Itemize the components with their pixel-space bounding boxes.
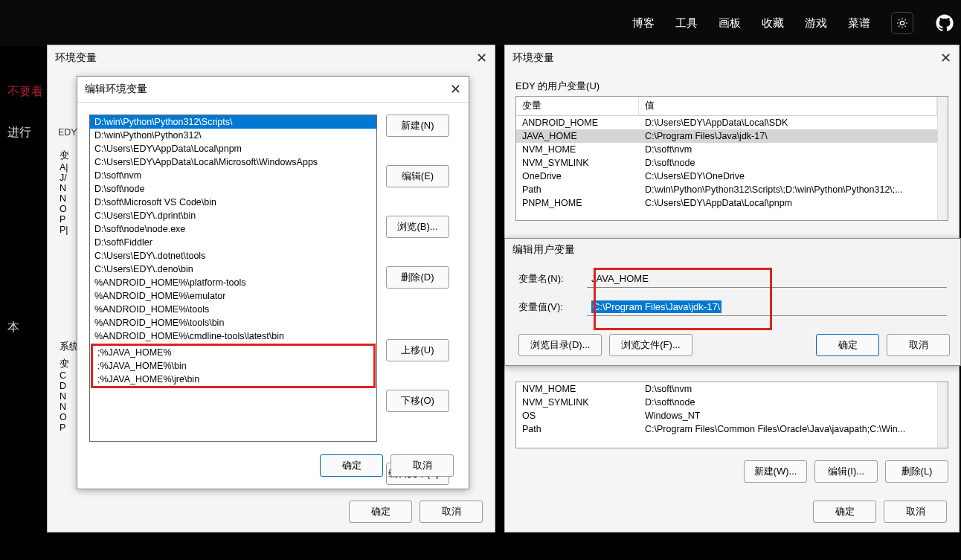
list-item[interactable]: D:\soft\Fiddler — [90, 236, 376, 249]
edit-var-ok-button[interactable]: 确定 — [816, 334, 879, 356]
var-value-label: 变量值(V): — [518, 300, 571, 314]
dlg-env-right-title: 环境变量 — [512, 51, 554, 65]
svg-point-0 — [900, 21, 904, 25]
path-browse-button[interactable]: 浏览(B)... — [386, 216, 449, 238]
close-icon[interactable]: ✕ — [450, 81, 461, 97]
list-item[interactable]: %ANDROID_HOME%\tools\bin — [90, 316, 376, 329]
bg-text-1: 不要看 — [7, 84, 43, 100]
sys-vars-table[interactable]: NVM_HOMED:\soft\nvmNVM_SYMLINKD:\soft\no… — [515, 382, 948, 448]
user-vars-table[interactable]: 变量值 ANDROID_HOMED:\Users\EDY\AppData\Loc… — [515, 96, 948, 221]
list-item[interactable]: ;%JAVA_HOME%\bin — [93, 359, 373, 373]
list-item[interactable]: D:\soft\node\node.exe — [90, 222, 376, 236]
edit-path-cancel-button[interactable]: 取消 — [390, 454, 454, 477]
table-row[interactable]: NVM_SYMLINKD:\soft\node — [516, 396, 937, 409]
close-icon[interactable]: ✕ — [940, 50, 951, 66]
list-item[interactable]: D:\win\Python\Python312\ — [90, 129, 376, 142]
table-row[interactable]: JAVA_HOMEC:\Program Files\Java\jdk-17\ — [516, 129, 937, 143]
table-row[interactable]: OSWindows_NT — [516, 409, 937, 422]
sys-edit-button[interactable]: 编辑(I)... — [814, 460, 878, 483]
list-item[interactable]: C:\Users\EDY\.dotnet\tools — [90, 249, 376, 263]
sys-new-button[interactable]: 新建(W)... — [744, 460, 807, 483]
path-delete-button[interactable]: 删除(D) — [386, 266, 449, 289]
edit-path-ok-button[interactable]: 确定 — [320, 454, 383, 477]
dialog-edit-path: 编辑环境变量 ✕ D:\win\Python\Python312\Scripts… — [77, 76, 469, 489]
var-name-label: 变量名(N): — [518, 272, 571, 286]
scrollbar[interactable] — [937, 382, 948, 448]
table-row[interactable]: PNPM_HOMEC:\Users\EDY\AppData\Local\pnpm — [516, 196, 937, 210]
list-item[interactable]: %ANDROID_HOME%\emulator — [90, 289, 376, 303]
scrollbar[interactable] — [937, 97, 948, 220]
edit-path-title: 编辑环境变量 — [85, 83, 147, 96]
nav-recipe[interactable]: 菜谱 — [848, 16, 870, 30]
path-edit-button[interactable]: 编辑(E) — [386, 165, 449, 187]
list-item[interactable]: C:\Users\EDY\.deno\bin — [90, 263, 376, 276]
env-right-cancel-button[interactable]: 取消 — [884, 501, 947, 523]
list-item[interactable]: ;%JAVA_HOME% — [93, 346, 373, 359]
list-item[interactable]: D:\win\Python\Python312\Scripts\ — [90, 115, 376, 129]
bg-text-2: 进行 — [7, 125, 31, 141]
path-list[interactable]: D:\win\Python\Python312\Scripts\D:\win\P… — [89, 115, 377, 442]
close-icon[interactable]: ✕ — [476, 50, 487, 66]
table-row[interactable]: NVM_SYMLINKD:\soft\node — [516, 156, 937, 170]
user-vars-label: EDY 的用户变量(U) — [515, 80, 959, 93]
nav-blog[interactable]: 博客 — [632, 16, 655, 30]
nav-fav[interactable]: 收藏 — [762, 16, 784, 30]
github-icon[interactable] — [934, 13, 955, 33]
browse-file-button[interactable]: 浏览文件(F)... — [609, 334, 692, 356]
edit-var-cancel-button[interactable]: 取消 — [887, 334, 950, 356]
dlg-env-left-title: 环境变量 — [55, 51, 97, 65]
table-row[interactable]: OneDriveC:\Users\EDY\OneDrive — [516, 170, 937, 183]
list-item[interactable]: D:\soft\nvm — [90, 169, 376, 182]
env-left-ok-button[interactable]: 确定 — [349, 501, 412, 523]
table-row[interactable]: ANDROID_HOMED:\Users\EDY\AppData\Local\S… — [516, 116, 937, 129]
nav-tools[interactable]: 工具 — [675, 16, 698, 30]
list-item[interactable]: ;%JAVA_HOME%\jre\bin — [93, 373, 373, 386]
list-item[interactable]: C:\Users\EDY\AppData\Local\Microsoft\Win… — [90, 155, 376, 169]
annotation-red-box — [594, 268, 772, 330]
path-new-button[interactable]: 新建(N) — [386, 115, 449, 137]
browse-dir-button[interactable]: 浏览目录(D)... — [518, 334, 602, 356]
path-down-button[interactable]: 下移(O) — [386, 390, 449, 412]
bg-text-3: 本 — [7, 320, 19, 335]
annotation-red-box: ;%JAVA_HOME%;%JAVA_HOME%\bin;%JAVA_HOME%… — [91, 344, 376, 388]
list-item[interactable]: C:\Users\EDY\AppData\Local\pnpm — [90, 142, 376, 155]
theme-toggle-icon[interactable] — [891, 12, 913, 34]
list-item[interactable]: C:\Users\EDY\.dprint\bin — [90, 209, 376, 222]
list-item[interactable]: D:\soft\Microsoft VS Code\bin — [90, 196, 376, 209]
env-left-cancel-button[interactable]: 取消 — [420, 501, 483, 523]
edit-var-title: 编辑用户变量 — [512, 243, 575, 257]
env-right-ok-button[interactable]: 确定 — [813, 501, 876, 523]
table-row[interactable]: PathC:\Program Files\Common Files\Oracle… — [516, 422, 937, 436]
table-row[interactable]: NVM_HOMED:\soft\nvm — [516, 382, 937, 396]
nav-game[interactable]: 游戏 — [805, 16, 827, 30]
table-row[interactable]: NVM_HOMED:\soft\nvm — [516, 143, 937, 156]
sys-delete-button[interactable]: 删除(L) — [885, 460, 948, 483]
nav-board[interactable]: 画板 — [719, 16, 741, 30]
list-item[interactable]: %ANDROID_HOME%\cmdline-tools\latest\bin — [90, 329, 376, 343]
top-nav: 博客 工具 画板 收藏 游戏 菜谱 — [0, 0, 961, 46]
list-item[interactable]: D:\soft\node — [90, 182, 376, 196]
list-item[interactable]: %ANDROID_HOME%\tools — [90, 303, 376, 316]
table-row[interactable]: PathD:\win\Python\Python312\Scripts\;D:\… — [516, 183, 937, 196]
path-up-button[interactable]: 上移(U) — [386, 339, 449, 361]
list-item[interactable]: %ANDROID_HOME%\platform-tools — [90, 276, 376, 289]
